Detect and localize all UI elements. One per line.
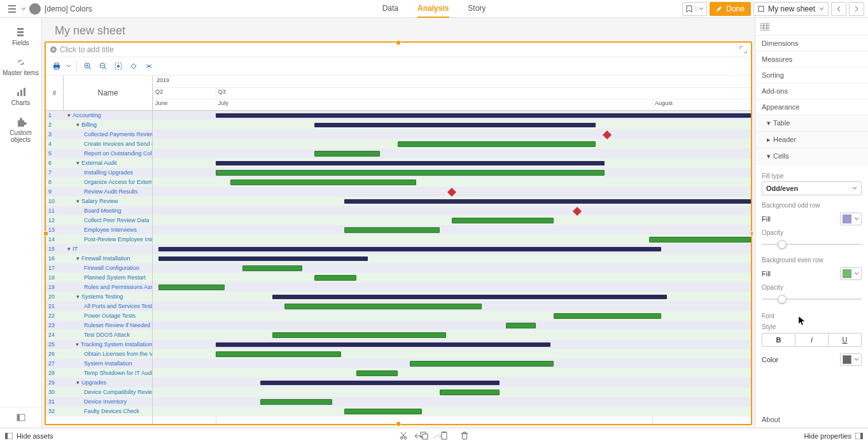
gantt-row[interactable] (153, 349, 751, 359)
table-row[interactable]: 29▾Upgrades (46, 378, 152, 388)
gantt-row[interactable] (153, 235, 751, 244)
italic-button[interactable]: I (795, 334, 829, 346)
paste-button[interactable] (440, 431, 449, 440)
gantt-row[interactable] (153, 216, 751, 225)
table-row[interactable]: 2▾Billing (46, 120, 152, 130)
prev-sheet-button[interactable] (831, 2, 846, 16)
tree-toggle-icon[interactable]: ▾ (75, 122, 80, 128)
gantt-row[interactable] (153, 273, 751, 283)
table-row[interactable]: 32Faulty Devices Check (46, 407, 152, 416)
row-name[interactable]: ▾Upgrades (64, 379, 152, 386)
gantt-row[interactable] (153, 302, 751, 311)
table-row[interactable]: 5Report on Outstanding Collections (46, 149, 152, 158)
gantt-row[interactable] (153, 206, 751, 216)
table-row[interactable]: 8Organize Access for External Auditors (46, 178, 152, 187)
resize-handle-w[interactable] (43, 231, 48, 236)
row-name[interactable]: Create Invoices and Send Dunning (64, 141, 152, 147)
row-name[interactable]: System Installation (64, 360, 152, 367)
menu-caret-icon[interactable] (20, 6, 27, 11)
task-bar[interactable] (344, 409, 422, 414)
section-cells[interactable]: ▾Cells (755, 148, 868, 165)
row-name[interactable]: Review Audit Results (64, 188, 152, 195)
table-row[interactable]: 12Collect Peer Review Data (46, 216, 152, 225)
collapse-all-button[interactable] (142, 60, 156, 73)
task-bar[interactable] (506, 323, 536, 328)
gantt-row[interactable] (153, 130, 751, 139)
gantt-row[interactable] (153, 120, 751, 130)
print-caret[interactable] (65, 60, 73, 73)
row-name[interactable]: Collected Payments Review (64, 131, 152, 137)
tree-toggle-icon[interactable]: ▾ (75, 341, 80, 348)
table-row[interactable]: 3Collected Payments Review (46, 130, 152, 139)
row-name[interactable]: Board Meeting (64, 207, 152, 214)
table-row[interactable]: 28Temp Shutdown for IT Audit (46, 369, 152, 378)
task-bar[interactable] (314, 151, 380, 157)
section-appearance[interactable]: Appearance (755, 99, 868, 115)
task-bar[interactable] (216, 170, 605, 176)
table-row[interactable]: 24Test DDOS Attack (46, 330, 152, 340)
tree-toggle-icon[interactable]: ▾ (66, 112, 71, 118)
table-row[interactable]: 17Firewall Configuration (46, 264, 152, 273)
row-name[interactable]: Employee Interviews (64, 227, 152, 233)
gantt-row[interactable] (153, 139, 751, 149)
gantt-row[interactable] (153, 197, 751, 206)
task-bar[interactable] (452, 218, 554, 223)
table-row[interactable]: 19Rules and Permissions Assignment (46, 283, 152, 292)
section-addons[interactable]: Add-ons (755, 83, 868, 99)
zoom-in-button[interactable] (81, 60, 95, 73)
table-row[interactable]: 1▾Accounting (46, 111, 152, 120)
gantt-row[interactable] (153, 397, 751, 407)
section-header[interactable]: ▸Header (755, 132, 868, 148)
gantt-row[interactable] (153, 225, 751, 235)
tree-toggle-icon[interactable]: ▾ (66, 246, 71, 252)
underline-button[interactable]: U (829, 334, 861, 346)
gantt-row[interactable] (153, 321, 751, 330)
summary-bar[interactable] (216, 342, 550, 347)
fit-button[interactable] (111, 60, 125, 73)
task-bar[interactable] (272, 332, 446, 338)
expand-all-button[interactable] (127, 60, 141, 73)
table-row[interactable]: 30Device Compatibility Review (46, 388, 152, 397)
resize-handle-n[interactable] (396, 40, 401, 45)
table-row[interactable]: 20▾Systems Testing (46, 292, 152, 302)
tree-toggle-icon[interactable]: ▾ (75, 160, 80, 166)
tree-toggle-icon[interactable]: ▾ (75, 293, 80, 300)
table-row[interactable]: 10▾Salary Review (46, 197, 152, 206)
cut-button[interactable] (399, 431, 408, 440)
table-row[interactable]: 9Review Audit Results (46, 187, 152, 197)
milestone-icon[interactable] (573, 207, 582, 216)
next-sheet-button[interactable] (849, 2, 864, 16)
summary-bar[interactable] (216, 113, 751, 118)
gantt-row[interactable] (153, 158, 751, 168)
row-name[interactable]: ▾External Audit (64, 160, 152, 166)
gantt-row[interactable] (153, 254, 751, 264)
tab-data[interactable]: Data (382, 0, 398, 18)
row-name[interactable]: Ruleset Review If Needed (64, 322, 152, 328)
row-name[interactable]: ▾Firewall Installation (64, 255, 152, 262)
hide-assets-button[interactable]: Hide assets (5, 432, 53, 440)
row-name[interactable]: Installing Upgrades (64, 169, 152, 176)
rail-charts[interactable]: Charts (0, 83, 41, 113)
task-bar[interactable] (344, 227, 440, 233)
gantt-row[interactable] (153, 111, 751, 120)
gantt-row[interactable] (153, 407, 751, 416)
table-row[interactable]: 21All Ports and Services Testing (46, 302, 152, 311)
task-bar[interactable] (649, 237, 751, 243)
task-bar[interactable] (440, 390, 500, 395)
gantt-row[interactable] (153, 292, 751, 302)
gantt-row[interactable] (153, 388, 751, 397)
gantt-row[interactable] (153, 168, 751, 178)
table-row[interactable]: 22Power Outage Tests (46, 311, 152, 321)
table-row[interactable]: 13Employee Interviews (46, 225, 152, 235)
table-row[interactable]: 16▾Firewall Installation (46, 254, 152, 264)
row-name[interactable]: ▾Tracking System Installation (64, 341, 152, 348)
row-name[interactable]: Organize Access for External Auditors (64, 179, 152, 185)
row-name[interactable]: Collect Peer Review Data (64, 217, 152, 223)
task-bar[interactable] (554, 313, 661, 319)
section-dimensions[interactable]: Dimensions (755, 36, 868, 52)
gantt-row[interactable] (153, 178, 751, 187)
task-bar[interactable] (242, 265, 302, 271)
gantt-row[interactable] (153, 378, 751, 388)
sheet-dropdown[interactable]: My new sheet (753, 2, 829, 16)
gantt-row[interactable] (153, 369, 751, 378)
